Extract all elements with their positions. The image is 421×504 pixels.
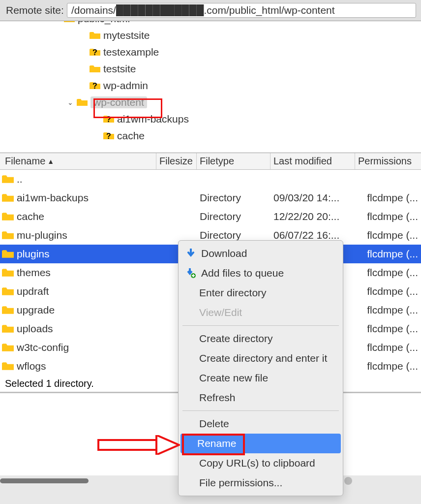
expand-toggle-icon[interactable]: ⌄ (66, 98, 75, 106)
file-permissions: flcdmpe (... (355, 267, 421, 279)
folder-icon (90, 31, 100, 40)
file-row-..[interactable]: .. (0, 170, 421, 189)
menu-copy-url-label: Copy URL(s) to clipboard (199, 457, 315, 469)
file-name: w3tc-config (17, 342, 69, 353)
menu-create-enter-label: Create directory and enter it (199, 352, 327, 364)
folder-icon (2, 305, 14, 315)
file-name: .. (17, 173, 23, 185)
file-row-cache[interactable]: cacheDirectory12/22/20 20:...flcdmpe (..… (0, 207, 421, 226)
file-permissions: flcdmpe (... (355, 248, 421, 260)
tree-item-label: cache (117, 130, 145, 142)
menu-create-directory[interactable]: Create directory (179, 329, 343, 348)
menu-create-dir-label: Create directory (199, 333, 272, 345)
folder-icon (90, 64, 100, 74)
file-name: upgrade (17, 304, 55, 316)
menu-create-file[interactable]: Create new file (179, 368, 343, 388)
folder-icon (77, 97, 88, 107)
file-name: themes (17, 267, 51, 279)
tree-item-public_html[interactable]: public_html (0, 21, 421, 27)
menu-delete[interactable]: Delete (179, 414, 343, 434)
file-permissions: flcdmpe (... (355, 342, 421, 353)
context-menu: Download Add files to queue Enter direct… (178, 240, 343, 496)
tree-item-mytestsite[interactable]: mytestsite (0, 27, 421, 44)
menu-enter-directory[interactable]: Enter directory (179, 283, 343, 303)
menu-create-directory-enter[interactable]: Create directory and enter it (179, 348, 343, 368)
file-name: updraft (17, 285, 49, 297)
question-icon (90, 47, 100, 57)
download-icon (184, 249, 197, 258)
menu-refresh-label: Refresh (199, 392, 236, 404)
file-permissions: flcdmpe (... (355, 229, 421, 241)
folder-icon (2, 343, 14, 352)
folder-icon (2, 361, 14, 371)
file-name: wflogs (17, 360, 46, 372)
header-modified[interactable]: Last modified (271, 153, 355, 169)
folder-icon (2, 324, 14, 334)
remote-tree[interactable]: public_htmlmytestsitetestexampletestsite… (0, 21, 421, 153)
file-modified: 09/03/20 14:... (271, 192, 355, 204)
list-header[interactable]: Filename ▲ Filesize Filetype Last modifi… (0, 153, 421, 170)
folder-icon (2, 230, 14, 240)
question-icon (103, 114, 114, 124)
question-icon (90, 81, 100, 91)
add-queue-icon (184, 268, 197, 278)
header-filetype[interactable]: Filetype (197, 153, 271, 169)
menu-separator (182, 410, 339, 411)
file-type: Directory (197, 229, 271, 241)
tree-item-cache[interactable]: cache (0, 127, 421, 144)
menu-create-file-label: Create new file (199, 372, 268, 384)
menu-separator (182, 325, 339, 326)
file-name: ai1wm-backups (17, 192, 89, 204)
header-filesize[interactable]: Filesize (156, 153, 197, 169)
remote-path-input[interactable] (67, 3, 416, 18)
file-permissions: flcdmpe (... (355, 304, 421, 316)
folder-icon (2, 249, 14, 259)
tree-item-label: testsite (103, 63, 136, 75)
tree-item-testsite[interactable]: testsite (0, 61, 421, 77)
menu-file-permissions[interactable]: File permissions... (179, 473, 343, 493)
tree-item-label: wp-admin (103, 80, 148, 92)
folder-icon (2, 212, 14, 221)
file-type: Directory (197, 211, 271, 222)
folder-icon (2, 286, 14, 296)
menu-copy-url[interactable]: Copy URL(s) to clipboard (179, 453, 343, 473)
menu-add-queue[interactable]: Add files to queue (179, 263, 343, 283)
file-name: plugins (17, 248, 50, 260)
file-name: cache (17, 211, 44, 222)
file-modified: 06/07/22 16:... (271, 229, 355, 241)
header-filename-label: Filename (5, 156, 45, 167)
menu-refresh[interactable]: Refresh (179, 388, 343, 408)
menu-fileperm-label: File permissions... (199, 477, 282, 489)
tree-item-wp-admin[interactable]: wp-admin (0, 77, 421, 94)
tree-item-label: wp-content (90, 96, 147, 108)
tree-item-label: ai1wm-backups (117, 113, 189, 125)
file-permissions: flcdmpe (... (355, 211, 421, 222)
menu-view-edit: View/Edit (179, 303, 343, 322)
folder-icon (2, 174, 14, 184)
file-modified: 12/22/20 20:... (271, 211, 355, 222)
file-permissions: flcdmpe (... (355, 192, 421, 204)
header-permissions[interactable]: Permissions (355, 153, 421, 169)
menu-rename-label: Rename (197, 438, 236, 449)
tree-item-testexample[interactable]: testexample (0, 44, 421, 61)
remote-site-bar: Remote site: (0, 0, 421, 21)
tree-item-label: mytestsite (103, 30, 150, 41)
menu-enter-label: Enter directory (199, 287, 267, 299)
folder-icon (64, 21, 75, 24)
tree-item-label: public_html (78, 21, 130, 25)
menu-rename[interactable]: Rename (180, 434, 341, 453)
file-permissions: flcdmpe (... (355, 323, 421, 335)
tree-item-ai1wm-backups[interactable]: ai1wm-backups (0, 111, 421, 127)
menu-download[interactable]: Download (179, 244, 343, 263)
remote-site-label: Remote site: (6, 4, 64, 16)
file-row-ai1wm-backups[interactable]: ai1wm-backupsDirectory09/03/20 14:...flc… (0, 189, 421, 207)
file-permissions: flcdmpe (... (355, 360, 421, 372)
menu-viewedit-label: View/Edit (199, 307, 242, 318)
file-type: Directory (197, 192, 271, 204)
menu-add-queue-label: Add files to queue (201, 267, 284, 279)
folder-icon (2, 193, 14, 203)
tree-item-wp-content[interactable]: ⌄wp-content (0, 94, 421, 111)
header-filename[interactable]: Filename ▲ (0, 153, 156, 169)
menu-download-label: Download (201, 248, 247, 259)
file-name: uploads (17, 323, 53, 335)
